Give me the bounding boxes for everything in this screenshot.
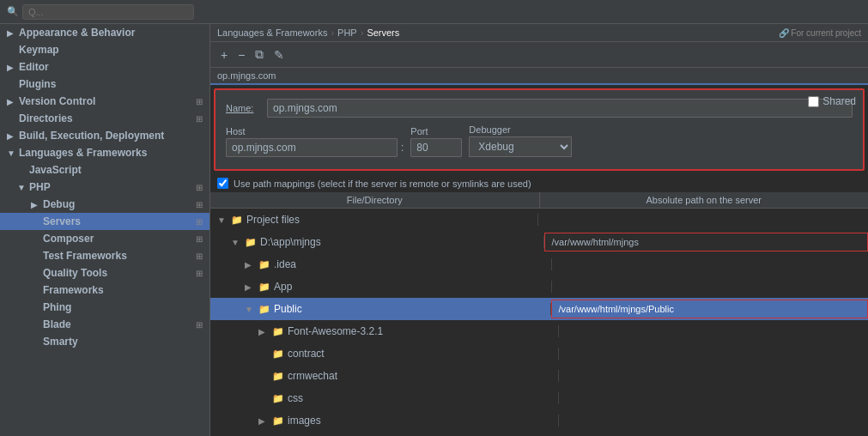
folder-icon: 📁 bbox=[272, 348, 284, 360]
folder-icon: 📁 bbox=[272, 371, 284, 382]
tree-row[interactable]: ▼📁Project files bbox=[210, 209, 868, 231]
sidebar-item-composer[interactable]: Composer⊞ bbox=[0, 230, 209, 247]
sidebar-item-label: Composer bbox=[43, 233, 94, 245]
sidebar-item-editor[interactable]: ▶Editor bbox=[0, 58, 209, 76]
sidebar-item-label: Frameworks bbox=[43, 284, 104, 296]
server-path-value: /var/www/html/mjngs bbox=[552, 237, 639, 247]
tree-cell-right[interactable] bbox=[559, 322, 869, 341]
sidebar-item-keymap[interactable]: Keymap bbox=[0, 41, 209, 58]
tree-cell-right[interactable] bbox=[552, 255, 869, 274]
sidebar-item-directories[interactable]: Directories⊞ bbox=[0, 110, 209, 127]
tree-row[interactable]: ▼📁Public/var/www/html/mjngs/Public bbox=[210, 298, 868, 320]
folder-icon: 📁 bbox=[258, 259, 270, 270]
search-input[interactable] bbox=[22, 4, 194, 20]
sidebar-item-quality-tools[interactable]: Quality Tools⊞ bbox=[0, 264, 209, 282]
arrow-icon: ▼ bbox=[245, 305, 253, 314]
arrow-icon: ▶ bbox=[258, 416, 267, 426]
copy-button[interactable]: ⧉ bbox=[252, 45, 267, 64]
tree-item-label: Public bbox=[274, 303, 302, 315]
tree-item-label: Font-Awesome-3.2.1 bbox=[288, 325, 383, 337]
arrow-icon: ▼ bbox=[17, 183, 26, 192]
sidebar-item-debug[interactable]: ▶Debug⊞ bbox=[0, 196, 209, 213]
tree-cell-right[interactable] bbox=[552, 277, 869, 296]
port-separator: : bbox=[401, 142, 404, 154]
tree-cell-right[interactable] bbox=[538, 210, 869, 229]
tree-cell-right[interactable] bbox=[559, 344, 869, 363]
tree-row[interactable]: 📁img bbox=[210, 432, 868, 436]
sidebar-item-badge: ⊞ bbox=[196, 114, 203, 124]
sidebar-item-label: Quality Tools bbox=[43, 267, 107, 279]
use-path-mappings-label: Use path mappings (select if the server … bbox=[234, 179, 531, 189]
sidebar-item-badge: ⊞ bbox=[196, 200, 203, 209]
use-path-mappings-checkbox[interactable] bbox=[217, 178, 228, 189]
arrow-icon: ▶ bbox=[7, 28, 15, 38]
sidebar-item-appearance---behavior[interactable]: ▶Appearance & Behavior bbox=[0, 24, 209, 41]
debugger-select[interactable]: XdebugZend Debugger bbox=[469, 136, 572, 157]
tree-cell-left: ▼📁D:\app\mjngs bbox=[210, 236, 544, 248]
tree-item-label: D:\app\mjngs bbox=[260, 236, 321, 248]
tree-cell-left: ▶📁App bbox=[210, 281, 552, 293]
name-row: Name: bbox=[226, 99, 853, 118]
tree-cell-right[interactable] bbox=[559, 389, 869, 408]
shared-checkbox[interactable] bbox=[808, 96, 819, 107]
sidebar-item-php[interactable]: ▼PHP⊞ bbox=[0, 179, 209, 196]
remove-button[interactable]: − bbox=[234, 46, 248, 64]
arrow-icon: ▼ bbox=[7, 148, 15, 158]
sidebar-item-version-control[interactable]: ▶Version Control⊞ bbox=[0, 93, 209, 110]
host-input[interactable] bbox=[226, 138, 398, 157]
sidebar-item-label: Appearance & Behavior bbox=[19, 27, 135, 39]
tree-cell-left: ▼📁Public bbox=[210, 303, 551, 315]
port-input[interactable] bbox=[410, 138, 462, 157]
sidebar-item-test-frameworks[interactable]: Test Frameworks⊞ bbox=[0, 247, 209, 264]
tree-row[interactable]: ▶📁App bbox=[210, 276, 868, 298]
tree-cell-right[interactable] bbox=[559, 411, 869, 430]
tree-cell-left: 📁crmwechat bbox=[210, 370, 559, 382]
tree-row[interactable]: ▼📁D:\app\mjngs/var/www/html/mjngs bbox=[210, 231, 868, 253]
folder-icon: 📁 bbox=[231, 215, 243, 226]
name-input[interactable] bbox=[267, 99, 853, 118]
tree-row[interactable]: ▶📁.idea bbox=[210, 253, 868, 276]
breadcrumb-note: 🔗 For current project bbox=[779, 28, 861, 38]
arrow-icon: ▶ bbox=[7, 63, 15, 72]
tree-row[interactable]: ▶📁Font-Awesome-3.2.1 bbox=[210, 320, 868, 342]
folder-icon: 📁 bbox=[272, 393, 284, 404]
col-server-path: Absolute path on the server bbox=[540, 192, 869, 208]
tree-cell-right[interactable]: /var/www/html/mjngs bbox=[544, 233, 869, 251]
edit-button[interactable]: ✎ bbox=[270, 46, 288, 64]
sidebar-item-badge: ⊞ bbox=[196, 217, 203, 227]
sidebar-item-label: Version Control bbox=[19, 95, 95, 107]
tree-cell-right[interactable]: /var/www/html/mjngs/Public bbox=[551, 300, 869, 318]
path-mapping-checkbox-row: Use path mappings (select if the server … bbox=[210, 174, 868, 192]
sidebar-item-badge: ⊞ bbox=[196, 269, 203, 278]
sidebar-item-javascript[interactable]: JavaScript bbox=[0, 161, 209, 179]
add-button[interactable]: + bbox=[217, 46, 231, 64]
sidebar-item-label: Servers bbox=[43, 215, 81, 227]
servers-content: Shared Name: Host : bbox=[210, 85, 868, 436]
tree-row[interactable]: 📁css bbox=[210, 387, 868, 409]
sidebar-item-label: Test Frameworks bbox=[43, 250, 127, 262]
tree-cell-right[interactable] bbox=[559, 366, 869, 385]
table-header: File/Directory Absolute path on the serv… bbox=[210, 192, 868, 209]
sidebar-item-label: JavaScript bbox=[29, 164, 82, 176]
tree-row[interactable]: ▶📁images bbox=[210, 409, 868, 432]
tree-cell-left: ▼📁Project files bbox=[210, 214, 538, 226]
sidebar-item-frameworks[interactable]: Frameworks bbox=[0, 282, 209, 299]
sidebar-item-badge: ⊞ bbox=[196, 97, 203, 106]
sidebar: ▶Appearance & BehaviorKeymap▶EditorPlugi… bbox=[0, 24, 210, 436]
right-panel: Languages & Frameworks › PHP › Servers 🔗… bbox=[210, 24, 868, 436]
tree-cell-left: 📁contract bbox=[210, 348, 559, 360]
folder-icon: 📁 bbox=[272, 326, 284, 337]
sidebar-item-smarty[interactable]: Smarty bbox=[0, 333, 209, 350]
server-tab[interactable]: op.mjngs.com bbox=[210, 68, 868, 85]
tree-row[interactable]: 📁contract bbox=[210, 342, 868, 365]
breadcrumb: Languages & Frameworks › PHP › Servers 🔗… bbox=[210, 24, 868, 42]
tree-row[interactable]: 📁crmwechat bbox=[210, 365, 868, 387]
sidebar-item-servers[interactable]: Servers⊞ bbox=[0, 213, 209, 230]
debugger-label: Debugger bbox=[469, 124, 572, 135]
sidebar-item-plugins[interactable]: Plugins bbox=[0, 76, 209, 93]
sidebar-item-blade[interactable]: Blade⊞ bbox=[0, 316, 209, 333]
folder-icon: 📁 bbox=[272, 415, 284, 427]
sidebar-item-languages---frameworks[interactable]: ▼Languages & Frameworks bbox=[0, 144, 209, 161]
sidebar-item-phing[interactable]: Phing bbox=[0, 299, 209, 316]
sidebar-item-build--execution--deployment[interactable]: ▶Build, Execution, Deployment bbox=[0, 127, 209, 144]
